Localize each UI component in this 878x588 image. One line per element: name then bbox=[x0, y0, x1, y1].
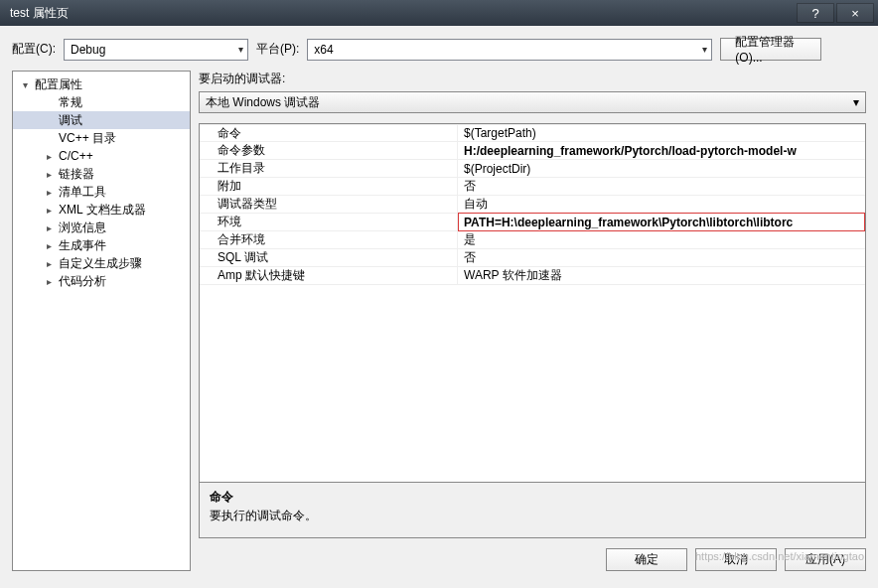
property-row[interactable]: SQL 调试否 bbox=[200, 249, 865, 267]
tree-item-label: XML 文档生成器 bbox=[59, 202, 146, 219]
property-value[interactable]: 否 bbox=[458, 249, 865, 266]
debugger-dropdown[interactable]: 本地 Windows 调试器 ▾ bbox=[199, 91, 866, 113]
property-row[interactable]: 命令$(TargetPath) bbox=[200, 124, 865, 142]
help-button[interactable]: ? bbox=[797, 3, 834, 23]
collapse-icon[interactable]: ▾ bbox=[23, 79, 35, 90]
expand-icon[interactable]: ▸ bbox=[47, 151, 59, 162]
property-label: 合并环境 bbox=[200, 231, 458, 248]
property-value[interactable]: H:/deeplearning_framework/Pytorch/load-p… bbox=[458, 142, 865, 159]
description-text: 要执行的调试命令。 bbox=[210, 508, 855, 524]
property-row[interactable]: 附加否 bbox=[200, 178, 865, 196]
tree-item-label: VC++ 目录 bbox=[59, 130, 116, 147]
chevron-down-icon: ▾ bbox=[238, 44, 243, 55]
property-label: Amp 默认快捷键 bbox=[200, 267, 458, 284]
apply-button[interactable]: 应用(A) bbox=[785, 548, 866, 571]
expand-icon[interactable]: ▸ bbox=[47, 187, 59, 198]
description-panel: 命令 要执行的调试命令。 bbox=[200, 482, 865, 537]
property-label: 命令 bbox=[200, 125, 458, 141]
titlebar: test 属性页 ? × bbox=[0, 0, 878, 26]
property-row[interactable]: 调试器类型自动 bbox=[200, 196, 865, 214]
property-grid: 命令$(TargetPath)命令参数H:/deeplearning_frame… bbox=[199, 123, 866, 538]
tree-item-label: 生成事件 bbox=[59, 237, 106, 254]
expand-icon[interactable]: ▸ bbox=[47, 276, 59, 287]
expand-icon[interactable]: ▸ bbox=[47, 258, 59, 269]
property-label: 调试器类型 bbox=[200, 196, 458, 213]
window-title: test 属性页 bbox=[4, 5, 795, 22]
property-row[interactable]: 合并环境是 bbox=[200, 231, 865, 249]
tree-item-label: 配置属性 bbox=[35, 76, 82, 93]
expand-icon[interactable]: ▸ bbox=[47, 169, 59, 180]
property-value[interactable]: 否 bbox=[458, 178, 865, 195]
chevron-down-icon: ▾ bbox=[853, 95, 859, 109]
right-panel: 要启动的调试器: 本地 Windows 调试器 ▾ 命令$(TargetPath… bbox=[199, 71, 866, 571]
property-label: 环境 bbox=[200, 214, 458, 230]
tree-item[interactable]: ▾配置属性 bbox=[13, 75, 190, 93]
tree-item-label: 自定义生成步骤 bbox=[59, 255, 142, 272]
tree-item-label: 常规 bbox=[59, 94, 82, 111]
property-value[interactable]: $(ProjectDir) bbox=[458, 160, 865, 177]
property-value[interactable]: 自动 bbox=[458, 196, 865, 213]
platform-value: x64 bbox=[314, 43, 333, 57]
config-label: 配置(C): bbox=[12, 41, 56, 58]
property-row[interactable]: 工作目录$(ProjectDir) bbox=[200, 160, 865, 178]
property-value[interactable]: WARP 软件加速器 bbox=[458, 267, 865, 284]
expand-icon[interactable]: ▸ bbox=[47, 240, 59, 251]
config-row: 配置(C): Debug ▾ 平台(P): x64 ▾ 配置管理器(O)... bbox=[12, 38, 866, 61]
tree-item[interactable]: ▸清单工具 bbox=[13, 183, 190, 201]
property-label: 工作目录 bbox=[200, 160, 458, 177]
property-value[interactable]: $(TargetPath) bbox=[458, 125, 865, 141]
dialog-footer: 确定 取消 应用(A) bbox=[199, 548, 866, 571]
tree-item[interactable]: ▸生成事件 bbox=[13, 236, 190, 254]
chevron-down-icon: ▾ bbox=[702, 44, 707, 55]
tree-item-label: 浏览信息 bbox=[59, 220, 106, 236]
config-manager-button[interactable]: 配置管理器(O)... bbox=[720, 38, 821, 61]
platform-dropdown[interactable]: x64 ▾ bbox=[307, 39, 712, 61]
property-value[interactable]: PATH=H:\deeplearning_framework\Pytorch\l… bbox=[458, 214, 865, 230]
debugger-launch-label: 要启动的调试器: bbox=[199, 71, 866, 87]
property-label: 附加 bbox=[200, 178, 458, 195]
property-grid-body[interactable]: 命令$(TargetPath)命令参数H:/deeplearning_frame… bbox=[200, 124, 865, 482]
property-value[interactable]: 是 bbox=[458, 231, 865, 248]
ok-button[interactable]: 确定 bbox=[606, 548, 687, 571]
tree-item[interactable]: ▸浏览信息 bbox=[13, 219, 190, 236]
tree-item[interactable]: 调试 bbox=[13, 111, 190, 129]
debugger-value: 本地 Windows 调试器 bbox=[206, 94, 320, 111]
platform-label: 平台(P): bbox=[256, 41, 299, 58]
tree-item-label: 链接器 bbox=[59, 166, 94, 183]
property-row[interactable]: Amp 默认快捷键WARP 软件加速器 bbox=[200, 267, 865, 285]
property-row[interactable]: 命令参数H:/deeplearning_framework/Pytorch/lo… bbox=[200, 142, 865, 160]
tree-item-label: C/C++ bbox=[59, 149, 93, 163]
property-label: SQL 调试 bbox=[200, 249, 458, 266]
tree-item[interactable]: ▸C/C++ bbox=[13, 147, 190, 165]
tree-item[interactable]: ▸XML 文档生成器 bbox=[13, 201, 190, 219]
expand-icon[interactable]: ▸ bbox=[47, 205, 59, 216]
tree-item[interactable]: ▸代码分析 bbox=[13, 272, 190, 290]
description-title: 命令 bbox=[210, 489, 855, 506]
config-dropdown[interactable]: Debug ▾ bbox=[64, 39, 248, 61]
config-value: Debug bbox=[71, 43, 105, 57]
tree-item[interactable]: 常规 bbox=[13, 93, 190, 111]
main-area: ▾配置属性常规调试VC++ 目录▸C/C++▸链接器▸清单工具▸XML 文档生成… bbox=[12, 71, 866, 571]
tree-item-label: 清单工具 bbox=[59, 184, 106, 201]
cancel-button[interactable]: 取消 bbox=[695, 548, 777, 571]
tree-item[interactable]: ▸自定义生成步骤 bbox=[13, 254, 190, 272]
property-row[interactable]: 环境PATH=H:\deeplearning_framework\Pytorch… bbox=[200, 214, 865, 231]
dialog-content: 配置(C): Debug ▾ 平台(P): x64 ▾ 配置管理器(O)... … bbox=[0, 26, 878, 588]
close-button[interactable]: × bbox=[836, 3, 874, 23]
tree-item[interactable]: VC++ 目录 bbox=[13, 129, 190, 147]
tree-item-label: 调试 bbox=[59, 112, 82, 129]
tree-item[interactable]: ▸链接器 bbox=[13, 165, 190, 183]
tree-item-label: 代码分析 bbox=[59, 273, 106, 290]
expand-icon[interactable]: ▸ bbox=[47, 222, 59, 233]
tree-panel[interactable]: ▾配置属性常规调试VC++ 目录▸C/C++▸链接器▸清单工具▸XML 文档生成… bbox=[12, 71, 191, 571]
property-label: 命令参数 bbox=[200, 142, 458, 159]
